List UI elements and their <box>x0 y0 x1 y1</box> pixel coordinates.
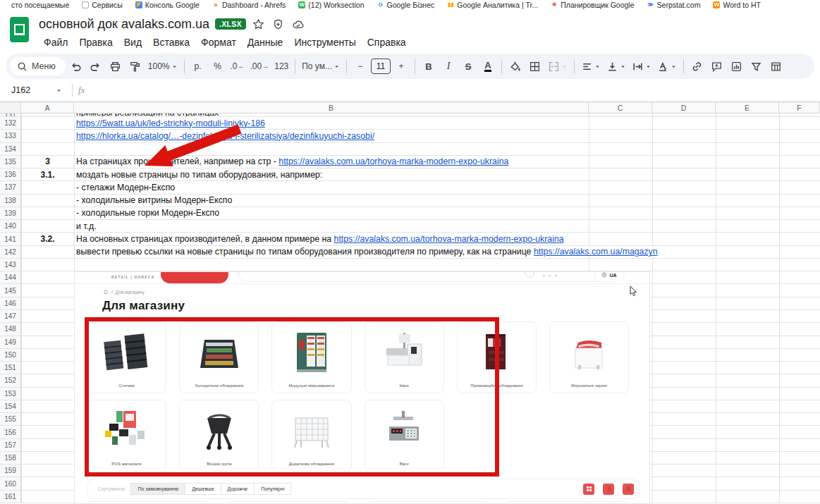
sheets-logo-icon[interactable] <box>10 17 29 42</box>
cell-A154[interactable] <box>21 400 74 412</box>
cell-A156[interactable] <box>21 426 74 438</box>
row-header-149[interactable]: 149 <box>0 336 21 348</box>
currency-format-button[interactable]: р. <box>189 57 207 75</box>
cell-B138[interactable]: - холодильные витрины Модерн-Експо <box>74 195 589 207</box>
column-header-E[interactable]: E <box>716 102 779 113</box>
row-header-133[interactable]: 133 <box>0 130 21 142</box>
menu-Файл[interactable]: Файл <box>39 35 73 49</box>
font-select[interactable]: По ум... <box>300 57 342 75</box>
row-header-156[interactable]: 156 <box>0 426 21 438</box>
bookmark-item[interactable]: ≫Serpstat.com <box>647 1 701 9</box>
bookmark-item[interactable]: Сервисы <box>82 1 123 9</box>
cell-A158[interactable] <box>21 452 74 464</box>
row-header-139[interactable]: 139 <box>0 207 21 219</box>
strikethrough-button[interactable]: S <box>459 57 477 75</box>
cell-B131[interactable]: примеры реализации на страницах <box>74 113 589 116</box>
row-header-147[interactable]: 147 <box>0 310 21 322</box>
cell-A147[interactable] <box>21 310 74 322</box>
row-header-155[interactable]: 155 <box>0 413 21 425</box>
table-button[interactable] <box>767 57 785 75</box>
paint-format-button[interactable] <box>126 57 145 75</box>
cell-B139[interactable]: - холодильные горки Модерн-Експо <box>74 207 589 219</box>
cell-A153[interactable] <box>21 388 74 400</box>
document-title[interactable]: основной док avalaks.com.ua <box>39 17 209 32</box>
italic-button[interactable]: I <box>439 57 458 75</box>
row-header-141[interactable]: 141 <box>0 233 21 245</box>
bookmark-item[interactable]: GGoogle Бізнес <box>377 1 435 9</box>
bold-button[interactable]: B <box>420 57 438 75</box>
menu-Формат[interactable]: Формат <box>196 35 241 49</box>
row-header-132[interactable]: 132 <box>0 117 21 129</box>
row-header-146[interactable]: 146 <box>0 297 21 309</box>
row-header-131[interactable]: 131 <box>0 113 21 116</box>
cell-A159[interactable] <box>21 465 74 477</box>
row-header-135[interactable]: 135 <box>0 156 21 168</box>
row-header-159[interactable]: 159 <box>0 465 21 477</box>
font-size-input[interactable]: 11 <box>371 59 391 74</box>
cell-B137[interactable]: - стелажи Модерн-Експо <box>74 181 589 193</box>
cell-A138[interactable] <box>21 195 74 207</box>
cell-A142[interactable] <box>21 246 74 258</box>
menu-Справка[interactable]: Справка <box>362 35 411 49</box>
print-button[interactable] <box>106 57 125 75</box>
row-header-143[interactable]: 143 <box>0 259 21 271</box>
cell-link[interactable]: https://avalaks.com.ua/torhova-marka-mod… <box>279 156 508 166</box>
column-header-B[interactable]: B <box>74 102 589 113</box>
cell-A141[interactable]: 3.2. <box>21 233 74 245</box>
cell-A146[interactable] <box>21 297 74 309</box>
fill-color-button[interactable] <box>506 57 525 75</box>
insert-link-button[interactable] <box>688 57 706 75</box>
row-header-144[interactable]: 144 <box>0 271 21 283</box>
cell-A148[interactable] <box>21 323 74 335</box>
row-header-151[interactable]: 151 <box>0 362 21 374</box>
increase-font-size-button[interactable]: + <box>392 57 410 75</box>
bookmark-item[interactable]: W(12) Worksection <box>298 1 364 9</box>
cell-B141[interactable]: На основных страницах производителей, в … <box>74 233 589 245</box>
cell-A150[interactable] <box>21 349 74 361</box>
row-header-142[interactable]: 142 <box>0 246 21 258</box>
cell-B142[interactable]: вывести превью ссылки на новые страницы … <box>74 246 589 258</box>
row-header-138[interactable]: 138 <box>0 195 21 207</box>
cell-A133[interactable] <box>21 130 74 142</box>
row-header-150[interactable]: 150 <box>0 349 21 361</box>
zoom-select[interactable]: 100% <box>146 57 180 75</box>
menu-Правка[interactable]: Правка <box>74 35 117 49</box>
cell-B140[interactable]: и т.д. <box>74 220 589 232</box>
star-icon[interactable] <box>252 17 266 31</box>
cell-A131[interactable] <box>21 113 74 116</box>
text-rotation-button[interactable] <box>655 57 679 75</box>
menu-Данные[interactable]: Данные <box>243 35 288 49</box>
merge-cells-button[interactable] <box>546 57 570 75</box>
cell-reference-box[interactable]: J162 <box>7 85 66 95</box>
row-header-136[interactable]: 136 <box>0 168 21 180</box>
row-header-137[interactable]: 137 <box>0 181 21 193</box>
bookmark-item[interactable]: WWord to HT <box>713 1 760 9</box>
cell-A134[interactable] <box>21 143 74 155</box>
cell-A136[interactable]: 3.1. <box>21 168 74 180</box>
cell-A139[interactable] <box>21 207 74 219</box>
vertical-align-button[interactable] <box>604 57 628 75</box>
row-header-134[interactable]: 134 <box>0 143 21 155</box>
cell-A137[interactable] <box>21 181 74 193</box>
row-header-145[interactable]: 145 <box>0 284 21 296</box>
select-all-corner[interactable] <box>0 102 21 113</box>
percent-format-button[interactable]: % <box>209 57 227 75</box>
bookmark-item[interactable]: ◤Консоль Google <box>135 1 200 9</box>
cell-A160[interactable] <box>21 477 74 489</box>
cell-link[interactable]: https://avalaks.com.ua/magazyn <box>534 247 658 257</box>
insert-chart-button[interactable] <box>728 57 746 75</box>
shield-add-icon[interactable] <box>271 17 286 31</box>
undo-button[interactable] <box>67 57 85 75</box>
cell-A145[interactable] <box>21 284 74 296</box>
cloud-status-icon[interactable] <box>291 17 305 31</box>
redo-button[interactable] <box>87 57 105 75</box>
red-arrow-annotation[interactable] <box>137 120 243 169</box>
cell-A135[interactable]: 3 <box>21 156 74 168</box>
cell-B143[interactable] <box>74 259 589 271</box>
row-header-160[interactable]: 160 <box>0 477 21 489</box>
row-header-157[interactable]: 157 <box>0 439 21 451</box>
cell-A151[interactable] <box>21 362 74 374</box>
cell-A132[interactable] <box>21 117 74 129</box>
bookmark-item[interactable]: ✳Планировщик Google <box>551 1 634 9</box>
cell-A152[interactable] <box>21 374 74 386</box>
